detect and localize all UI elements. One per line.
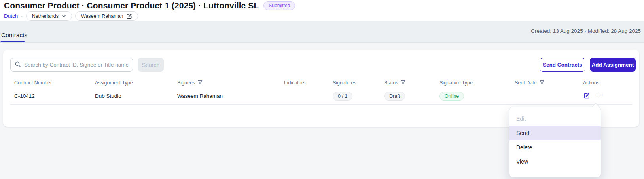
actions-dropdown-menu: Edit Send Delete View [509,107,601,177]
add-assignment-button[interactable]: Add Assignment [590,58,636,72]
cell-signature-type: Online [439,92,515,101]
status-pill: Draft [384,92,405,101]
table-row: C-10412 Dub Studio Waseem Rahaman 0 / 1 … [14,88,633,104]
cell-actions: ··· [583,93,633,100]
cell-signatures: 0 / 1 [333,92,384,101]
send-contracts-button[interactable]: Send Contracts [540,58,585,72]
column-header-contract-number: Contract Number [14,80,95,86]
edit-icon [127,13,132,19]
edit-icon [584,93,590,100]
search-icon [15,61,21,69]
filter-icon[interactable] [401,80,405,86]
column-header-signatures: Signatures [333,80,384,86]
created-modified-meta: Created: 13 Aug 2025 · Modified: 28 Aug … [531,28,641,34]
menu-item-send[interactable]: Send [509,126,601,140]
tab-bar: Contracts Created: 13 Aug 2025 · Modifie… [0,21,644,43]
cell-assignment-type: Dub Studio [95,93,177,99]
country-selector[interactable]: Netherlands [26,11,72,21]
menu-item-delete[interactable]: Delete [509,140,601,154]
column-header-signees: Signees [177,80,284,86]
language-link[interactable]: Dutch [4,13,18,19]
menu-item-view[interactable]: View [509,154,601,169]
table-header-row: Contract Number Assignment Type Signees … [14,78,633,88]
column-header-signature-type: Signature Type [439,80,515,86]
column-header-sent-date: Sent Date [515,80,583,86]
row-edit-button[interactable] [584,93,590,100]
menu-item-edit[interactable]: Edit [509,112,601,126]
column-header-assignment-type: Assignment Type [95,80,177,86]
row-divider [10,104,632,105]
search-box [10,58,133,72]
owner-chip[interactable]: Waseem Rahaman [75,11,138,21]
cell-signees: Waseem Rahaman [177,93,284,99]
ellipsis-icon: ··· [596,93,604,97]
tab-active-underline [0,41,25,42]
filter-icon[interactable] [198,80,203,86]
tab-contracts[interactable]: Contracts [1,32,27,39]
column-header-actions: Actions [583,80,633,86]
search-button[interactable]: Search [138,58,164,72]
search-input[interactable] [24,58,129,71]
cell-contract-number: C-10412 [14,93,95,99]
column-header-indicators: Indicators [284,80,333,86]
signatures-pill: 0 / 1 [333,92,352,101]
page-title: Consumer Product · Consumer Product 1 (2… [4,1,259,10]
dot-separator: · [21,13,23,19]
country-selector-label: Netherlands [32,13,59,19]
cell-status: Draft [384,92,439,101]
column-header-status: Status [384,80,439,86]
filter-icon[interactable] [540,80,544,86]
chevron-down-icon [62,15,66,17]
row-more-actions-button[interactable]: ··· [596,94,604,98]
signature-type-pill: Online [439,92,464,101]
status-badge: Submitted [263,1,295,10]
owner-chip-label: Waseem Rahaman [81,13,123,19]
page-header: Consumer Product · Consumer Product 1 (2… [0,0,644,21]
